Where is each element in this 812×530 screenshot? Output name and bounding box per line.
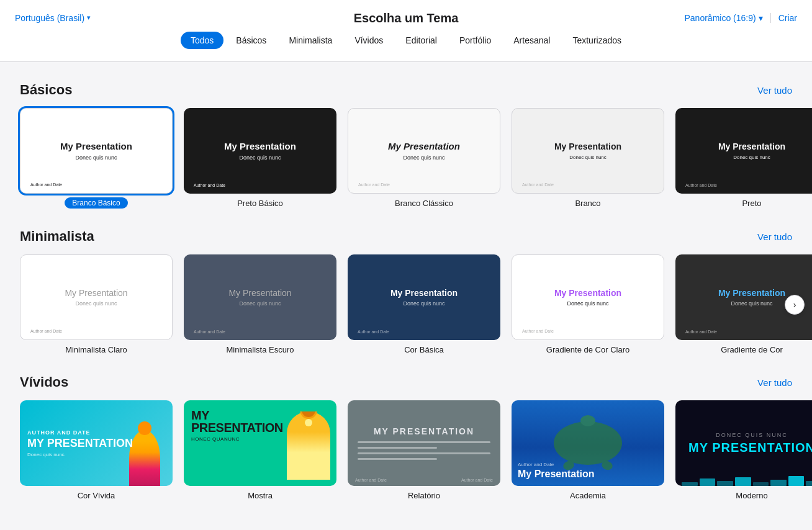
thumb-footer: Author and Date xyxy=(30,182,62,187)
template-label: Branco Clássico xyxy=(395,199,453,208)
template-branco[interactable]: My Presentation Donec quis nunc Author a… xyxy=(512,108,664,209)
report-line-4 xyxy=(358,458,437,460)
mostra-title: MYPRESENTATION xyxy=(191,409,283,434)
section-vividos-title: Vívidos xyxy=(20,374,68,390)
tab-basicos[interactable]: Básicos xyxy=(226,32,276,49)
tab-portfolio[interactable]: Portfólio xyxy=(449,32,501,49)
header-actions: Panorâmico (16:9) ▾ Criar xyxy=(684,13,797,23)
person-body xyxy=(129,430,160,486)
vividos-templates-row: AUTHOR AND DATE MY PRESENTATION Donec qu… xyxy=(20,400,792,500)
thumb-subtitle: Donec quis nunc xyxy=(403,155,444,161)
language-selector[interactable]: Português (Brasil) ▾ xyxy=(15,13,91,23)
template-preto-basico[interactable]: My Presentation Donec quis nunc Author a… xyxy=(184,108,336,209)
thumb-title: My Presentation xyxy=(224,141,296,152)
relatorio-title: MY PRESENTATION xyxy=(374,426,474,436)
template-thumb-academia: Author and Date My Presentation xyxy=(512,400,664,486)
thumb-subtitle: Donec quis nunc xyxy=(567,300,608,307)
academia-text: Author and Date My Presentation xyxy=(518,462,658,480)
relatorio-footer: Author and Date Author and Date xyxy=(355,478,493,482)
thumb-subtitle: Donec quis nunc xyxy=(239,300,281,307)
thumb-subtitle: Donec quis nunc xyxy=(731,300,772,307)
aspect-ratio-selector[interactable]: Panorâmico (16:9) ▾ xyxy=(684,13,762,23)
thumb-title: My Presentation xyxy=(718,141,785,152)
template-branco-classico[interactable]: My Presentation Donec quis nunc Author a… xyxy=(348,108,500,209)
thumb-title: My Presentation xyxy=(65,288,127,299)
vivid-main-title: MY PRESENTATION xyxy=(27,438,133,450)
see-all-vividos[interactable]: Ver tudo xyxy=(757,377,792,388)
bar-3 xyxy=(717,481,733,486)
see-all-basicos[interactable]: Ver tudo xyxy=(757,85,792,96)
moderno-title: MY PRESENTATION xyxy=(688,441,812,454)
footer-left: Author and Date xyxy=(355,478,387,482)
thumb-content: My Presentation Donec quis nunc xyxy=(20,109,172,193)
thumb-content: My Presentation Donec quis nunc xyxy=(512,255,664,339)
template-academia[interactable]: Author and Date My Presentation Academia xyxy=(512,400,664,500)
aspect-ratio-label: Panorâmico (16:9) xyxy=(684,13,756,23)
thumb-footer: Author and Date xyxy=(358,330,389,334)
template-preto[interactable]: My Presentation Donec quis nunc Author a… xyxy=(675,108,812,209)
report-line-3 xyxy=(358,452,490,454)
template-label: Minimalista Escuro xyxy=(226,345,294,354)
tab-artesanal[interactable]: Artesanal xyxy=(503,32,560,49)
template-relatorio[interactable]: MY PRESENTATION Author and Date Author a… xyxy=(348,400,500,500)
template-gradiente-cor-claro[interactable]: My Presentation Donec quis nunc Author a… xyxy=(512,254,664,354)
thumb-title: My Presentation xyxy=(228,288,291,299)
thumb-content: My Presentation Donec quis nunc xyxy=(184,108,336,194)
template-minimalista-escuro[interactable]: My Presentation Donec quis nunc Author a… xyxy=(184,254,336,354)
template-label: Moderno xyxy=(736,491,767,500)
template-thumb-minimalista-escuro: My Presentation Donec quis nunc Author a… xyxy=(184,254,336,340)
filter-tabs: Todos Básicos Minimalista Vívidos Editor… xyxy=(181,32,631,49)
section-minimalista-header: Minimalista Ver tudo xyxy=(20,228,792,245)
template-cor-vivida[interactable]: AUTHOR AND DATE MY PRESENTATION Donec qu… xyxy=(20,400,173,500)
moderno-bars xyxy=(675,474,812,486)
thumb-subtitle: Donec quis nunc xyxy=(733,155,770,160)
template-thumb-moderno: DONEC QUIS NUNC MY PRESENTATION xyxy=(675,400,812,486)
bar-4 xyxy=(735,477,751,486)
create-button[interactable]: Criar xyxy=(778,13,797,23)
template-thumb-cor-vivida: AUTHOR AND DATE MY PRESENTATION Donec qu… xyxy=(20,400,173,486)
bar-1 xyxy=(682,482,698,486)
language-label: Português (Brasil) xyxy=(15,13,84,23)
thumb-footer: Author and Date xyxy=(522,182,554,187)
thumb-footer: Author and Date xyxy=(194,183,225,187)
template-mostra[interactable]: MYPRESENTATION HONEC QUANUNC Mostra xyxy=(184,400,336,500)
template-label: Gradiente de Cor xyxy=(721,345,783,354)
tab-editorial[interactable]: Editorial xyxy=(395,32,447,49)
report-line-1 xyxy=(358,441,490,443)
template-label: Gradiente de Cor Claro xyxy=(546,345,629,354)
tab-vividos[interactable]: Vívidos xyxy=(345,32,393,49)
section-vividos-header: Vívidos Ver tudo xyxy=(20,374,792,390)
see-all-minimalista[interactable]: Ver tudo xyxy=(757,231,792,242)
selected-badge: Branco Básico xyxy=(65,197,127,209)
next-arrow-minimalista[interactable]: › xyxy=(785,295,805,315)
report-lines xyxy=(348,441,500,460)
template-cor-basica[interactable]: My Presentation Donec quis nunc Author a… xyxy=(348,254,500,354)
template-minimalista-claro[interactable]: My Presentation Donec quis nunc Author a… xyxy=(20,254,173,354)
divider xyxy=(770,13,771,23)
chevron-down-icon: ▾ xyxy=(759,13,763,23)
thumb-subtitle: Donec quis nunc xyxy=(75,300,117,307)
template-moderno[interactable]: DONEC QUIS NUNC MY PRESENTATION Mode xyxy=(675,400,812,500)
mostra-person-head xyxy=(300,411,317,419)
bar-6 xyxy=(770,480,787,486)
thumb-title: My Presentation xyxy=(554,288,621,299)
basicos-templates-row: My Presentation Donec quis nunc Author a… xyxy=(20,108,792,209)
thumb-footer: Author and Date xyxy=(522,329,554,333)
thumb-title: My Presentation xyxy=(388,141,460,152)
template-thumb-branco-classico: My Presentation Donec quis nunc Author a… xyxy=(348,108,500,194)
tab-texturizados[interactable]: Texturizados xyxy=(562,32,631,49)
main-content: Básicos Ver tudo My Presentation Donec q… xyxy=(0,82,812,520)
vivid-subtitle: Donec quis nunc. xyxy=(27,451,133,457)
template-label: Minimalista Claro xyxy=(65,345,127,354)
template-label: Cor Vívida xyxy=(78,491,115,500)
thumb-title: My Presentation xyxy=(554,141,621,152)
tab-minimalista[interactable]: Minimalista xyxy=(279,32,342,49)
template-label: Cor Básica xyxy=(404,345,444,354)
footer-right: Author and Date xyxy=(461,478,493,482)
turtle-body xyxy=(554,421,622,465)
minimalista-templates-row: My Presentation Donec quis nunc Author a… xyxy=(20,254,792,354)
section-basicos-header: Básicos Ver tudo xyxy=(20,82,792,98)
template-branco-basico[interactable]: My Presentation Donec quis nunc Author a… xyxy=(20,108,173,209)
thumb-footer: Author and Date xyxy=(358,182,390,187)
tab-todos[interactable]: Todos xyxy=(181,32,223,49)
